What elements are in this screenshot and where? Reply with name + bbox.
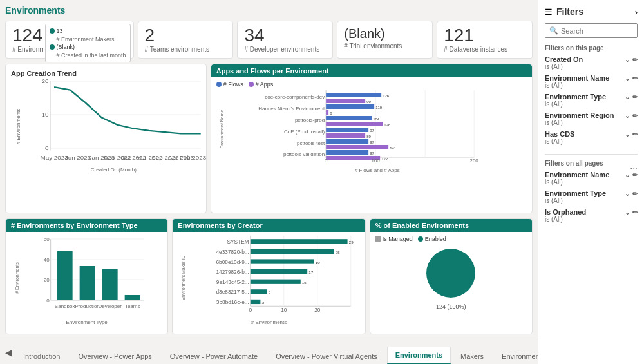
legend-managed: Is Managed bbox=[375, 236, 413, 242]
tab-overview-power-automate[interactable]: Overview - Power Automate bbox=[162, 348, 266, 364]
app-creation-svg: 20 10 0 May 2023 Jun 2023 Jan 2023 Nov 2… bbox=[26, 81, 201, 165]
legend-flows: # Flows bbox=[216, 81, 243, 88]
svg-rect-34 bbox=[326, 122, 383, 126]
content-area: Environments 124 # Environments 13 # Env… bbox=[0, 0, 538, 340]
svg-text:Developer: Developer bbox=[98, 303, 122, 309]
filter-edit-all-0[interactable]: ✏ bbox=[632, 171, 638, 178]
svg-text:122: 122 bbox=[381, 157, 388, 161]
stat-card-developer: 34 # Developer environments bbox=[237, 21, 333, 59]
svg-text:60: 60 bbox=[44, 236, 50, 242]
filter-edit-4[interactable]: ✏ bbox=[632, 131, 638, 138]
filter-edit-2[interactable]: ✏ bbox=[632, 93, 638, 101]
search-input[interactable] bbox=[561, 27, 633, 35]
pie-legend: Is Managed Enabled bbox=[375, 236, 527, 242]
svg-text:14279826-b...: 14279826-b... bbox=[216, 269, 249, 275]
stat-number-dataverse: 121 bbox=[444, 26, 526, 44]
filter-icon: ☰ bbox=[545, 7, 553, 17]
svg-text:0: 0 bbox=[325, 158, 328, 164]
svg-rect-27 bbox=[326, 104, 374, 109]
env-type-x-label: Environment Type bbox=[11, 320, 162, 325]
filter-edit-0[interactable]: ✏ bbox=[632, 56, 638, 63]
svg-rect-83 bbox=[251, 259, 314, 263]
svg-rect-77 bbox=[251, 239, 348, 244]
svg-rect-24 bbox=[326, 99, 365, 103]
tab-environments[interactable]: Environments bbox=[387, 347, 451, 364]
filter-chevron-4[interactable]: ⌄ bbox=[625, 131, 630, 138]
svg-text:0: 0 bbox=[46, 298, 50, 303]
filter-env-name: Environment Name ⌄ ✏ is (All) bbox=[545, 74, 638, 89]
svg-text:0: 0 bbox=[249, 307, 252, 313]
filters-on-page-label: Filters on this page bbox=[545, 44, 638, 52]
tab-environment-capacity[interactable]: Environment Capacity bbox=[493, 348, 538, 364]
svg-text:Production: Production bbox=[75, 303, 100, 309]
svg-text:d3e83217-5...: d3e83217-5... bbox=[216, 289, 249, 295]
svg-text:4e337820-b...: 4e337820-b... bbox=[216, 249, 249, 255]
svg-text:141: 141 bbox=[390, 146, 397, 150]
filter-edit-3[interactable]: ✏ bbox=[632, 112, 638, 119]
svg-rect-66 bbox=[125, 295, 140, 300]
legend-managed-dot bbox=[375, 236, 381, 242]
tab-makers[interactable]: Makers bbox=[452, 348, 492, 364]
creator-y-label: Environment Maker ID bbox=[181, 255, 185, 300]
creator-svg: SYSTEM 29 4e337820-b... 25 6b08e10d-9... bbox=[188, 236, 359, 320]
sidebar-chevron-right[interactable]: › bbox=[635, 7, 638, 17]
svg-rect-64 bbox=[80, 266, 95, 300]
filter-chevron-all-1[interactable]: ⌄ bbox=[625, 190, 630, 197]
tab-overview-power-apps[interactable]: Overview - Power Apps bbox=[70, 348, 160, 364]
svg-text:104: 104 bbox=[373, 117, 380, 121]
filter-chevron-0[interactable]: ⌄ bbox=[625, 56, 630, 63]
svg-text:40: 40 bbox=[44, 257, 50, 263]
search-box[interactable]: 🔍 bbox=[545, 23, 638, 38]
stat-number-trial: (Blank) bbox=[344, 26, 426, 41]
svg-text:Sandbox: Sandbox bbox=[55, 303, 75, 309]
legend-apps-dot bbox=[249, 82, 254, 87]
apps-flows-title: Apps and Flows per Environment bbox=[211, 64, 532, 77]
filters-all-pages-dots[interactable]: ... bbox=[630, 160, 638, 171]
svg-rect-89 bbox=[251, 280, 301, 284]
tab-introduction[interactable]: Introduction bbox=[15, 348, 68, 364]
filter-chevron-2[interactable]: ⌄ bbox=[625, 93, 630, 101]
app-creation-trend-card: App Creation Trend # Environments bbox=[5, 64, 207, 213]
svg-rect-80 bbox=[251, 249, 334, 254]
stat-label-trial: # Trial environments bbox=[344, 43, 426, 50]
svg-text:97: 97 bbox=[370, 140, 374, 144]
filter-all-env-name: Environment Name ⌄ ✏ is (All) bbox=[545, 171, 638, 186]
apps-flows-x-label: # Flows and # Apps bbox=[228, 168, 527, 173]
svg-text:200: 200 bbox=[469, 158, 478, 164]
svg-text:9e143c45-2...: 9e143c45-2... bbox=[216, 279, 249, 285]
stat-card-trial: (Blank) # Trial environments bbox=[337, 21, 433, 59]
filter-chevron-all-0[interactable]: ⌄ bbox=[625, 171, 630, 178]
stat-label-dataverse: # Dataverse instances bbox=[444, 46, 526, 53]
stat-number-developer: 34 bbox=[244, 26, 326, 44]
svg-text:pcttools-prod: pcttools-prod bbox=[295, 117, 325, 123]
stat-card-environments: 124 # Environments 13 # Environment Make… bbox=[5, 21, 134, 59]
svg-text:3: 3 bbox=[262, 300, 265, 305]
filter-chevron-1[interactable]: ⌄ bbox=[625, 75, 630, 82]
tab-overview-power-virtual-agents[interactable]: Overview - Power Virtual Agents bbox=[267, 348, 386, 364]
filter-chevron-all-2[interactable]: ⌄ bbox=[625, 209, 630, 216]
filter-edit-all-2[interactable]: ✏ bbox=[632, 209, 638, 216]
pie-svg bbox=[422, 244, 480, 302]
svg-text:17: 17 bbox=[309, 270, 314, 274]
stat-card-dataverse: 121 # Dataverse instances bbox=[437, 21, 533, 59]
filter-env-region: Environment Region ⌄ ✏ is (All) bbox=[545, 111, 638, 126]
svg-text:89: 89 bbox=[366, 135, 371, 139]
tab-prev-btn[interactable]: ◀ bbox=[3, 347, 15, 358]
svg-text:126: 126 bbox=[383, 94, 390, 98]
filter-edit-1[interactable]: ✏ bbox=[632, 75, 638, 82]
svg-text:90: 90 bbox=[366, 100, 371, 104]
svg-text:10: 10 bbox=[281, 307, 287, 313]
svg-text:SYSTEM: SYSTEM bbox=[227, 238, 249, 245]
pie-title: % of Enabled Environments bbox=[370, 219, 532, 232]
svg-rect-42 bbox=[326, 139, 368, 144]
svg-text:97: 97 bbox=[370, 129, 374, 133]
stat-card-teams: 2 # Teams environments bbox=[138, 21, 234, 59]
tooltip-line-1: 13 bbox=[50, 27, 126, 35]
apps-flows-y-label: Environment Name bbox=[220, 110, 224, 148]
svg-rect-47 bbox=[326, 150, 368, 155]
main-container: Environments 124 # Environments 13 # Env… bbox=[0, 0, 644, 364]
env-type-card: # Environments by Environment Type # Env… bbox=[5, 218, 168, 334]
filter-chevron-3[interactable]: ⌄ bbox=[625, 112, 630, 119]
svg-rect-32 bbox=[326, 116, 372, 120]
filter-edit-all-1[interactable]: ✏ bbox=[632, 190, 638, 197]
